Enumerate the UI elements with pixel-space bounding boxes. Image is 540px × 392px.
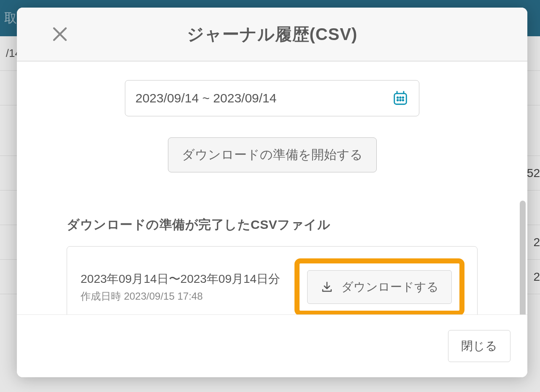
ready-files-heading: ダウンロードの準備が完了したCSVファイル [67, 216, 510, 234]
modal-footer: 閉じる [17, 314, 527, 377]
prepare-download-button[interactable]: ダウンロードの準備を開始する [168, 137, 377, 172]
file-card: 2023年09月14日〜2023年09月14日分 作成日時 2023/09/15… [67, 246, 478, 314]
close-button[interactable]: 閉じる [448, 330, 510, 362]
svg-point-5 [397, 97, 398, 98]
calendar-icon [392, 90, 409, 107]
download-icon [320, 280, 334, 294]
close-icon[interactable] [50, 24, 70, 44]
modal-title: ジャーナル履歴(CSV) [34, 23, 510, 46]
date-range-text: 2023/09/14 ~ 2023/09/14 [135, 91, 276, 105]
svg-point-6 [400, 97, 401, 98]
file-info: 2023年09月14日〜2023年09月14日分 作成日時 2023/09/15… [81, 271, 280, 303]
date-range-wrapper: 2023/09/14 ~ 2023/09/14 [34, 80, 510, 116]
download-button[interactable]: ダウンロードする [307, 270, 452, 304]
svg-rect-2 [394, 94, 407, 104]
svg-point-10 [402, 99, 404, 101]
file-created-at: 作成日時 2023/09/15 17:48 [81, 290, 280, 303]
download-highlight-box: ダウンロードする [294, 258, 464, 314]
journal-csv-modal: ジャーナル履歴(CSV) 2023/09/14 ~ 2023/09/14 [17, 8, 527, 377]
svg-point-8 [397, 99, 398, 101]
modal-header: ジャーナル履歴(CSV) [17, 8, 527, 62]
date-range-input[interactable]: 2023/09/14 ~ 2023/09/14 [125, 80, 419, 116]
svg-point-9 [400, 99, 401, 101]
prepare-button-wrapper: ダウンロードの準備を開始する [34, 137, 510, 172]
modal-body: 2023/09/14 ~ 2023/09/14 [17, 62, 527, 314]
download-button-label: ダウンロードする [341, 279, 439, 295]
svg-point-7 [402, 97, 404, 98]
file-name: 2023年09月14日〜2023年09月14日分 [81, 271, 280, 287]
scrollbar-thumb[interactable] [520, 201, 526, 314]
